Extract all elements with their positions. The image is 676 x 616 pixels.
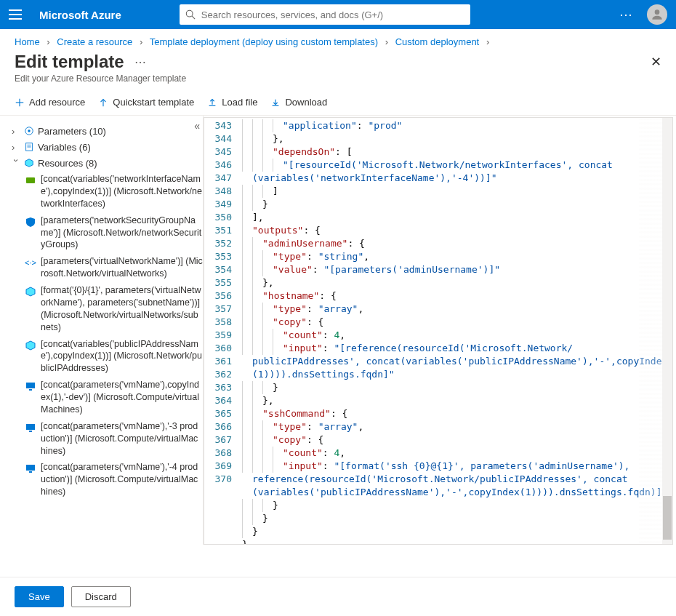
page-subtitle: Edit your Azure Resource Manager templat… (0, 73, 676, 91)
resource-item[interactable]: [parameters('networkSecurityGroupName')]… (25, 212, 203, 254)
code-area[interactable]: "application": "prod"},"dependsOn": ["[r… (239, 118, 672, 544)
variables-icon (23, 141, 35, 153)
resource-icon (25, 380, 36, 392)
svg-rect-23 (29, 431, 32, 432)
global-search[interactable] (180, 4, 470, 25)
resource-label: [concat(variables('networkInterfaceName'… (41, 173, 203, 210)
tree-resources[interactable]: › Resources (8) (12, 155, 203, 171)
tree-variables[interactable]: › Variables (6) (12, 139, 203, 155)
svg-marker-15 (25, 159, 33, 167)
upload-icon (207, 97, 217, 108)
resource-list: [concat(variables('networkInterfaceName'… (25, 171, 203, 500)
resource-item[interactable]: <·>[parameters('virtualNetworkName')] (M… (25, 253, 203, 282)
menu-toggle-icon[interactable] (9, 6, 26, 23)
svg-marker-18 (26, 287, 35, 296)
user-icon (650, 7, 664, 22)
minimap[interactable] (639, 118, 662, 544)
line-gutter: 3433443453463473483493503513523533543553… (204, 118, 239, 544)
resource-icon (25, 340, 36, 351)
add-resource-button[interactable]: Add resource (15, 97, 85, 108)
svg-point-11 (28, 129, 31, 132)
quickstart-label: Quickstart template (113, 97, 194, 108)
arrow-up-icon (98, 97, 108, 108)
svg-rect-20 (26, 383, 35, 388)
chevron-right-icon: › (12, 142, 20, 153)
crumb-custom-deploy[interactable]: Custom deployment (395, 36, 480, 47)
title-more-icon[interactable]: ⋯ (134, 55, 148, 69)
resource-item[interactable]: [concat(parameters('vmName'),copyIndex(1… (25, 377, 203, 418)
brand-label[interactable]: Microsoft Azure (39, 9, 121, 21)
resource-label: [concat(parameters('vmName'),copyIndex(1… (41, 379, 203, 416)
search-icon (185, 9, 196, 20)
user-avatar[interactable] (647, 4, 667, 25)
tree-parameters[interactable]: › Parameters (10) (12, 123, 203, 139)
download-button[interactable]: Download (270, 97, 327, 108)
save-button[interactable]: Save (15, 586, 64, 607)
toolbar: Add resource Quickstart template Load fi… (0, 91, 676, 116)
resources-icon (23, 157, 35, 169)
close-icon[interactable]: ✕ (651, 54, 661, 70)
add-resource-label: Add resource (29, 97, 85, 108)
chevron-right-icon: › (12, 126, 20, 137)
discard-button[interactable]: Discard (71, 586, 131, 607)
crumb-template-deploy[interactable]: Template deployment (deploy using custom… (150, 36, 378, 47)
load-file-button[interactable]: Load file (207, 97, 257, 108)
breadcrumb: Home › Create a resource › Template depl… (0, 29, 676, 52)
resource-label: [parameters('networkSecurityGroupName')]… (41, 215, 203, 252)
tree-label: Variables (6) (38, 142, 91, 153)
resource-tree: « › Parameters (10) › Variables (6) › Re… (0, 116, 204, 545)
svg-rect-24 (26, 465, 35, 471)
parameters-icon (23, 125, 35, 137)
svg-marker-19 (26, 341, 35, 350)
resource-label: [format('{0}/{1}', parameters('virtualNe… (41, 284, 203, 334)
vertical-scrollbar[interactable] (662, 118, 672, 544)
tree-label: Resources (8) (38, 158, 97, 169)
quickstart-button[interactable]: Quickstart template (98, 97, 194, 108)
download-label: Download (285, 97, 327, 108)
svg-rect-22 (26, 424, 35, 430)
svg-point-2 (655, 9, 660, 15)
resource-icon (25, 286, 36, 297)
load-file-label: Load file (222, 97, 257, 108)
svg-text:<·>: <·> (25, 258, 36, 267)
svg-line-1 (192, 16, 195, 19)
plus-icon (15, 97, 25, 108)
tree-label: Parameters (10) (38, 126, 106, 137)
download-icon (270, 97, 281, 108)
resource-icon (25, 216, 36, 228)
resource-item[interactable]: [format('{0}/{1}', parameters('virtualNe… (25, 282, 203, 336)
chevron-down-icon: › (11, 159, 22, 167)
chevron-right-icon: › (140, 36, 142, 47)
chevron-right-icon: › (47, 36, 49, 47)
code-editor[interactable]: 3433443453463473483493503513523533543553… (204, 117, 673, 545)
resource-icon (25, 175, 36, 186)
svg-rect-16 (26, 177, 35, 183)
scrollbar-thumb[interactable] (663, 496, 672, 540)
resource-item[interactable]: [concat(variables('networkInterfaceName'… (25, 171, 203, 212)
resource-item[interactable]: [concat(variables('publicIPAddressName')… (25, 336, 203, 377)
global-header: Microsoft Azure ⋯ (0, 0, 676, 29)
resource-icon: <·> (25, 257, 36, 268)
chevron-right-icon: › (385, 36, 388, 47)
main-content: « › Parameters (10) › Variables (6) › Re… (0, 116, 676, 545)
header-more-icon[interactable]: ⋯ (619, 7, 634, 23)
crumb-create[interactable]: Create a resource (57, 36, 132, 47)
search-input[interactable] (201, 9, 464, 20)
resource-icon (25, 463, 36, 474)
chevron-right-icon: › (486, 36, 489, 47)
resource-label: [concat(parameters('vmName'),'-3 product… (41, 420, 203, 457)
svg-point-0 (186, 10, 193, 17)
resource-icon (25, 422, 36, 433)
footer-actions: Save Discard (0, 577, 676, 616)
resource-item[interactable]: [concat(parameters('vmName'),'-3 product… (25, 418, 203, 460)
svg-rect-21 (29, 389, 32, 391)
page-title: Edit template (15, 52, 124, 72)
resource-label: [concat(variables('publicIPAddressName')… (41, 338, 203, 375)
crumb-home[interactable]: Home (15, 36, 40, 47)
resource-label: [concat(parameters('vmName'),'-4 product… (41, 461, 203, 498)
resource-label: [parameters('virtualNetworkName')] (Micr… (41, 255, 203, 280)
collapse-panel-icon[interactable]: « (194, 120, 200, 132)
svg-rect-25 (29, 471, 32, 473)
resource-item[interactable]: [concat(parameters('vmName'),'-4 product… (25, 459, 203, 500)
